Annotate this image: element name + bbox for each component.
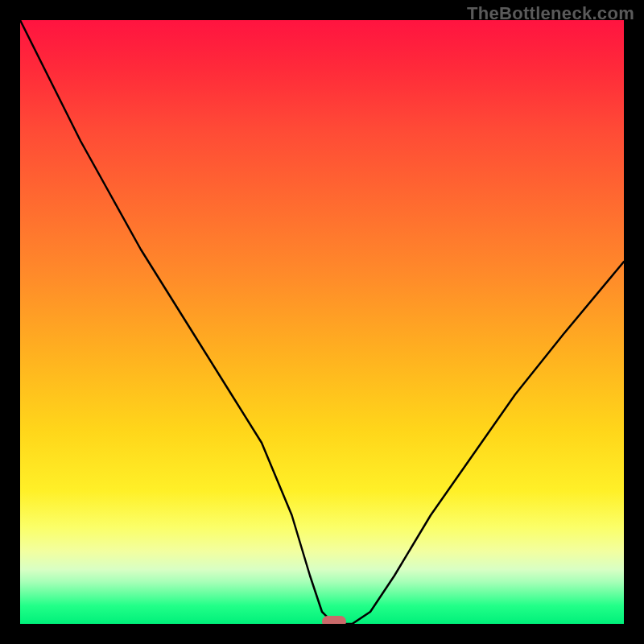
plot-area [20, 20, 624, 624]
watermark-text: TheBottleneck.com [467, 3, 634, 24]
optimal-marker [322, 616, 346, 624]
bottleneck-curve [20, 20, 624, 624]
chart-frame: TheBottleneck.com [0, 0, 644, 644]
